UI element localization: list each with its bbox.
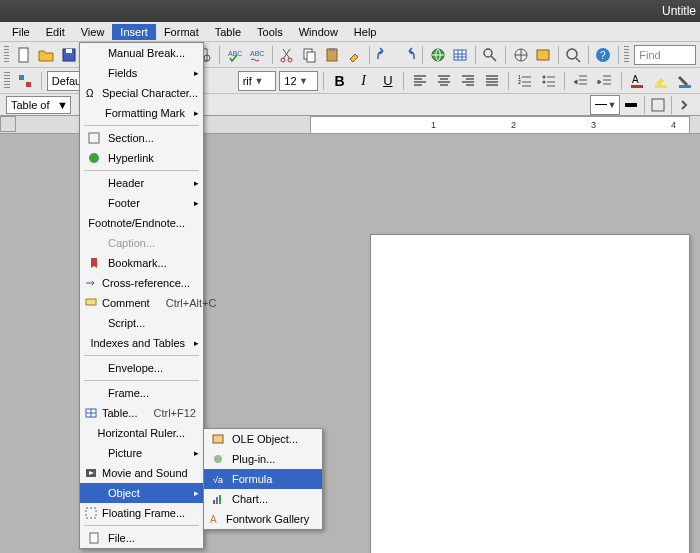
object-chart[interactable]: Chart... [204,489,322,509]
insert-movie[interactable]: Movie and Sound [80,463,203,483]
svg-point-41 [89,153,99,163]
find-toolbar-grip[interactable] [624,46,629,64]
insert-formatting-mark[interactable]: Formatting Mark▸ [80,103,203,123]
object-fontwork[interactable]: AFontwork Gallery [204,509,322,529]
font-name-select[interactable]: rif▼ [238,71,277,91]
spellcheck-button[interactable]: ABC [225,44,244,66]
align-center-button[interactable] [434,70,455,92]
line-color-button[interactable] [620,94,642,116]
menu-file[interactable]: File [4,24,38,40]
insert-hyperlink[interactable]: Hyperlink [80,148,203,168]
horizontal-ruler[interactable]: 1 2 3 4 [310,116,690,134]
insert-footnote[interactable]: Footnote/Endnote... [80,213,203,233]
highlight-button[interactable] [651,70,672,92]
underline-button[interactable]: U [377,70,398,92]
insert-section[interactable]: Section... [80,128,203,148]
window-title: Untitle [662,4,696,18]
insert-frame[interactable]: Frame... [80,383,203,403]
svg-rect-23 [537,50,549,60]
line-style-select[interactable]: ▼ [590,95,620,115]
svg-rect-50 [213,500,215,504]
document-page[interactable] [370,234,690,553]
svg-rect-28 [26,82,31,87]
menu-tools[interactable]: Tools [249,24,291,40]
insert-crossref[interactable]: Cross-reference... [80,273,203,293]
increase-indent-button[interactable] [594,70,615,92]
gallery-button[interactable] [533,44,552,66]
save-button[interactable] [59,44,78,66]
toolbar-grip[interactable] [4,46,9,64]
insert-floating-frame[interactable]: Floating Frame... [80,503,203,523]
object-submenu: OLE Object... Plug-in... √aFormula Chart… [203,428,323,530]
autospell-button[interactable]: ABC [247,44,266,66]
insert-bookmark[interactable]: Bookmark... [80,253,203,273]
insert-comment[interactable]: CommentCtrl+Alt+C [80,293,203,313]
find-input[interactable]: Find [634,45,696,65]
table-button[interactable] [450,44,469,66]
insert-picture[interactable]: Picture▸ [80,443,203,463]
insert-file[interactable]: File... [80,528,203,548]
insert-menu: Manual Break... Fields▸ ΩSpecial Charact… [79,42,204,549]
open-button[interactable] [37,44,56,66]
bold-button[interactable]: B [329,70,350,92]
menu-edit[interactable]: Edit [38,24,73,40]
svg-rect-47 [213,435,223,443]
insert-header[interactable]: Header▸ [80,173,203,193]
copy-button[interactable] [300,44,319,66]
insert-indexes[interactable]: Indexes and Tables▸ [80,333,203,353]
insert-footer[interactable]: Footer▸ [80,193,203,213]
svg-rect-16 [307,52,315,62]
italic-button[interactable]: I [353,70,374,92]
svg-text:ABC: ABC [228,50,242,57]
menu-view[interactable]: View [73,24,113,40]
format-paintbrush-button[interactable] [345,44,364,66]
insert-fields[interactable]: Fields▸ [80,63,203,83]
font-size-select[interactable]: 12▼ [279,71,318,91]
object-plugin[interactable]: Plug-in... [204,449,322,469]
decrease-indent-button[interactable] [570,70,591,92]
insert-object[interactable]: Object▸ [80,483,203,503]
background-color-button[interactable] [675,70,696,92]
align-right-button[interactable] [458,70,479,92]
insert-manual-break[interactable]: Manual Break... [80,43,203,63]
new-button[interactable] [14,44,33,66]
insert-special-character[interactable]: ΩSpecial Character... [80,83,203,103]
svg-text:A: A [632,74,639,85]
more-controls-icon[interactable] [674,94,696,116]
menu-format[interactable]: Format [156,24,207,40]
font-color-button[interactable]: A [626,70,647,92]
paste-button[interactable] [322,44,341,66]
menu-table[interactable]: Table [207,24,249,40]
svg-point-32 [542,80,545,83]
insert-table[interactable]: Table...Ctrl+F12 [80,403,203,423]
cut-button[interactable] [278,44,297,66]
numbered-list-button[interactable]: 12 [514,70,535,92]
bullet-list-button[interactable] [538,70,559,92]
menu-help[interactable]: Help [346,24,385,40]
help-button[interactable]: ? [594,44,613,66]
navigator-button[interactable] [511,44,530,66]
borders-button[interactable] [647,94,669,116]
find-button[interactable] [481,44,500,66]
insert-script[interactable]: Script... [80,313,203,333]
svg-rect-52 [219,495,221,504]
menu-window[interactable]: Window [291,24,346,40]
svg-text:√a: √a [213,475,223,485]
insert-envelope[interactable]: Envelope... [80,358,203,378]
menu-insert[interactable]: Insert [112,24,156,40]
svg-rect-37 [625,103,637,107]
insert-horizontal-ruler[interactable]: Horizontal Ruler... [80,423,203,443]
align-left-button[interactable] [409,70,430,92]
insert-caption[interactable]: Caption... [80,233,203,253]
name-box[interactable]: Table of▼ [6,96,71,114]
redo-button[interactable] [398,44,417,66]
undo-button[interactable] [375,44,394,66]
object-formula[interactable]: √aFormula [204,469,322,489]
object-ole[interactable]: OLE Object... [204,429,322,449]
hyperlink-button[interactable] [428,44,447,66]
align-justify-button[interactable] [482,70,503,92]
zoom-button[interactable] [564,44,583,66]
toolbar-grip[interactable] [4,72,10,90]
styles-button[interactable] [15,70,36,92]
title-bar: Untitle [0,0,700,22]
